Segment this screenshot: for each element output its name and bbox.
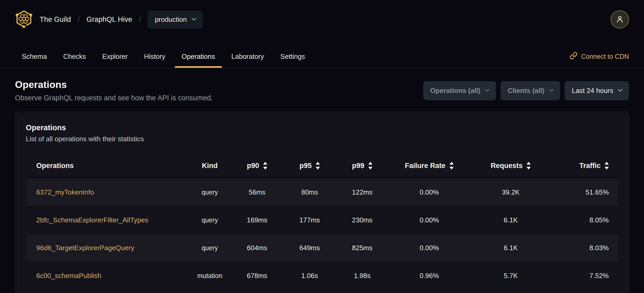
table-row: 96d6_TargetExplorerPageQueryquery604ms64… [26, 234, 618, 262]
table-row: 6c00_schemaPublishmutation678ms1.06s1.98… [26, 262, 618, 290]
connect-to-cdn-label: Connect to CDN [581, 53, 629, 60]
sort-desc-icon [527, 167, 531, 170]
filter-label: Operations (all) [430, 87, 481, 95]
cell-p99: 1.98s [336, 272, 389, 280]
breadcrumb-separator: / [78, 15, 80, 24]
breadcrumb-org[interactable]: The Guild [40, 15, 71, 24]
cell-failure_rate: 0.00% [389, 188, 470, 196]
user-icon [615, 15, 624, 24]
operation-link[interactable]: 6c00_schemaPublish [36, 272, 101, 280]
cell-p90: 56ms [231, 188, 283, 196]
column-label: p95 [299, 162, 312, 170]
tab-explorer[interactable]: Explorer [95, 45, 135, 68]
filter-clients-all[interactable]: Clients (all) [500, 81, 560, 100]
column-label: p90 [247, 162, 259, 170]
card-title: Operations [26, 123, 618, 132]
tab-checks[interactable]: Checks [56, 45, 93, 68]
sort-desc-icon [316, 167, 320, 170]
cell-requests: 6.1K [470, 216, 551, 224]
page-header: Operations Observe GraphQL requests and … [0, 68, 644, 102]
page-subtitle: Observe GraphQL requests and see how the… [15, 94, 213, 102]
column-header-name: Operations [26, 162, 189, 170]
cell-p95: 649ms [283, 244, 336, 252]
chevron-down-icon [549, 87, 554, 92]
cell-name: 96d6_TargetExplorerPageQuery [26, 244, 189, 252]
cell-traffic: 8.05% [551, 216, 618, 224]
column-header-p95[interactable]: p95 [283, 162, 336, 170]
column-header-p99[interactable]: p99 [336, 162, 389, 170]
cell-name: 6372_myTokenInfo [26, 188, 189, 196]
sort-asc-icon [527, 162, 531, 165]
cell-failure_rate: 0.96% [389, 272, 470, 280]
cell-p95: 80ms [283, 188, 336, 196]
column-header-p90[interactable]: p90 [231, 162, 283, 170]
operations-table-body: 6372_myTokenInfoquery56ms80ms122ms0.00%3… [26, 178, 618, 290]
tab-bar: SchemaChecksExplorerHistoryOperationsLab… [0, 39, 644, 68]
filter-label: Clients (all) [508, 87, 544, 95]
cell-p95: 1.06s [283, 272, 336, 280]
operation-link[interactable]: 6372_myTokenInfo [36, 188, 94, 196]
column-label: Traffic [579, 162, 601, 170]
cell-p90: 678ms [231, 272, 283, 280]
cell-p99: 122ms [336, 188, 389, 196]
sort-control[interactable] [527, 162, 531, 170]
sort-control[interactable] [263, 162, 267, 170]
cell-traffic: 8.03% [551, 244, 618, 252]
cell-requests: 5.7K [470, 272, 551, 280]
tab-settings[interactable]: Settings [273, 45, 312, 68]
chevron-down-icon [618, 87, 622, 92]
operation-link[interactable]: 2bfc_SchemaExplorerFilter_AllTypes [36, 216, 148, 224]
column-header-failure_rate[interactable]: Failure Rate [389, 162, 470, 170]
breadcrumb-separator: / [139, 15, 141, 24]
filter-bar: Operations (all)Clients (all)Last 24 hou… [423, 81, 629, 100]
tab-history[interactable]: History [137, 45, 172, 68]
filter-last-24-hours[interactable]: Last 24 hours [565, 81, 629, 100]
cell-kind: query [189, 244, 231, 252]
operation-link[interactable]: 96d6_TargetExplorerPageQuery [36, 244, 134, 252]
column-header-traffic[interactable]: Traffic [551, 162, 618, 170]
cell-p90: 604ms [231, 244, 283, 252]
column-header-kind: Kind [189, 162, 231, 170]
column-label: p99 [352, 162, 364, 170]
cell-kind: query [189, 216, 231, 224]
sort-control[interactable] [449, 162, 454, 170]
breadcrumb-project[interactable]: GraphQL Hive [86, 15, 132, 24]
sort-asc-icon [368, 162, 372, 165]
column-label: Kind [202, 162, 218, 170]
cell-p99: 825ms [336, 244, 389, 252]
connect-to-cdn-link[interactable]: Connect to CDN [570, 45, 629, 68]
filter-label: Last 24 hours [572, 87, 613, 95]
target-selector[interactable]: production [148, 11, 202, 28]
column-label: Requests [491, 162, 523, 170]
tab-laboratory[interactable]: Laboratory [224, 45, 271, 68]
table-row: 2bfc_SchemaExplorerFilter_AllTypesquery1… [26, 206, 618, 234]
sort-asc-icon [449, 162, 454, 165]
cell-p90: 169ms [231, 216, 283, 224]
sort-control[interactable] [316, 162, 320, 170]
sort-desc-icon [368, 167, 372, 170]
cell-failure_rate: 0.00% [389, 216, 470, 224]
sort-asc-icon [605, 162, 609, 165]
operations-card: Operations List of all operations with t… [15, 112, 629, 293]
cell-failure_rate: 0.00% [389, 244, 470, 252]
target-selector-value: production [155, 15, 187, 24]
cell-kind: query [189, 189, 231, 196]
filter-operations-all[interactable]: Operations (all) [423, 81, 496, 100]
sort-control[interactable] [605, 162, 609, 170]
column-label: Failure Rate [405, 162, 446, 170]
table-header-row: OperationsKindp90p95p99Failure RateReque… [26, 153, 618, 178]
link-icon [570, 52, 577, 61]
tab-operations[interactable]: Operations [175, 45, 222, 68]
sort-desc-icon [449, 167, 454, 170]
sort-control[interactable] [368, 162, 372, 170]
cell-traffic: 7.52% [551, 272, 618, 280]
avatar-button[interactable] [611, 10, 629, 29]
column-header-requests[interactable]: Requests [470, 162, 551, 170]
table-row: 6372_myTokenInfoquery56ms80ms122ms0.00%3… [26, 178, 618, 206]
cell-traffic: 51.65% [551, 188, 618, 196]
cell-p99: 230ms [336, 216, 389, 224]
sort-asc-icon [263, 162, 267, 165]
tab-schema[interactable]: Schema [15, 45, 54, 68]
cell-p95: 177ms [283, 216, 336, 224]
app-header: The Guild / GraphQL Hive / production [0, 0, 644, 39]
